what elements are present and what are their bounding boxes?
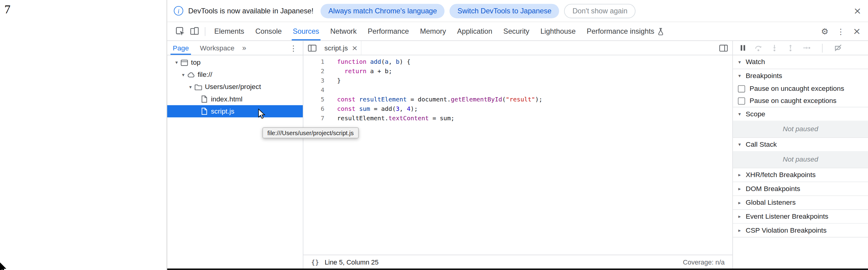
divider — [822, 43, 823, 52]
code-line-7[interactable]: resultElement.textContent = sum; — [337, 114, 542, 123]
line-number[interactable]: 3 — [303, 76, 324, 85]
tab-security[interactable]: Security — [498, 22, 535, 40]
more-tabs-icon[interactable]: » — [240, 44, 248, 52]
step-over-icon[interactable] — [754, 44, 762, 52]
checkbox-unchecked[interactable] — [738, 85, 745, 92]
code-line-3[interactable]: } — [337, 76, 542, 85]
tab-application[interactable]: Application — [452, 22, 498, 40]
tab-label: Console — [255, 27, 282, 35]
navigator-overflow-icon[interactable]: ⋮ — [289, 43, 303, 52]
switch-to-japanese-button[interactable]: Switch DevTools to Japanese — [450, 4, 559, 18]
tree-item-file-origin[interactable]: ▾ file:// — [167, 69, 303, 81]
debugger-sidebar: ▾Watch▾BreakpointsPause on uncaught exce… — [732, 41, 868, 270]
section-header-watch[interactable]: ▾Watch — [733, 55, 868, 69]
toggle-debugger-panel-icon[interactable] — [719, 44, 728, 52]
more-options-icon[interactable]: ⋮ — [837, 27, 845, 35]
code-line-6[interactable]: const sum = add(3, 4); — [337, 104, 542, 114]
section-header-dom-breakpoints[interactable]: ▸DOM Breakpoints — [733, 182, 868, 196]
section-header-call-stack[interactable]: ▾Call Stack — [733, 138, 868, 151]
code-token: ( — [381, 58, 385, 65]
section-watch: ▾Watch — [733, 55, 868, 69]
chevron-down-icon: ▾ — [736, 59, 743, 65]
tab-console[interactable]: Console — [250, 22, 287, 40]
main-toolbar: ElementsConsoleSourcesNetworkPerformance… — [167, 22, 868, 41]
pretty-print-icon[interactable]: {} — [311, 259, 319, 267]
checkbox-row-pause-on-uncaught-exceptions[interactable]: Pause on uncaught exceptions — [733, 83, 868, 95]
section-header-breakpoints[interactable]: ▾Breakpoints — [733, 69, 868, 83]
checkbox-row-pause-on-caught-exceptions[interactable]: Pause on caught exceptions — [733, 95, 868, 107]
line-number[interactable]: 2 — [303, 66, 324, 76]
devtools-content: Page Workspace » ⋮ ▾ top ▾ — [167, 41, 868, 270]
tab-network[interactable]: Network — [325, 22, 362, 40]
code-token: getElementById — [451, 96, 502, 103]
tab-elements[interactable]: Elements — [209, 22, 250, 40]
code-token: , — [399, 105, 407, 112]
code-line-1[interactable]: function add(a, b) { — [337, 57, 542, 66]
code-token: function — [337, 58, 367, 65]
code-line-4[interactable] — [337, 85, 542, 95]
always-match-language-button[interactable]: Always match Chrome's language — [321, 4, 445, 18]
section-event-listener-breakpoints: ▸Event Listener Breakpoints — [733, 210, 868, 224]
tree-item-index-html[interactable]: index.html — [167, 93, 303, 105]
tree-item-label: script.js — [211, 108, 234, 115]
chevron-down-icon[interactable]: ▾ — [173, 60, 181, 65]
tree-item-label: index.html — [211, 95, 242, 103]
line-number[interactable]: 6 — [303, 104, 324, 114]
tree-item-script-js[interactable]: script.js — [167, 105, 303, 117]
section-header-xhr-fetch-breakpoints[interactable]: ▸XHR/fetch Breakpoints — [733, 168, 868, 182]
step-out-icon[interactable] — [786, 44, 795, 52]
tab-label: Security — [503, 27, 529, 35]
section-header-event-listener-breakpoints[interactable]: ▸Event Listener Breakpoints — [733, 210, 868, 223]
tab-lighthouse[interactable]: Lighthouse — [535, 22, 581, 40]
section-label: CSP Violation Breakpoints — [746, 226, 827, 234]
line-number[interactable]: 7 — [303, 114, 324, 123]
device-toolbar-icon[interactable] — [187, 22, 202, 40]
folder-icon — [194, 83, 202, 91]
code-line-2[interactable]: return a + b; — [337, 66, 542, 76]
tab-label: Network — [330, 27, 356, 35]
line-number[interactable]: 4 — [303, 85, 324, 95]
tree-item-top[interactable]: ▾ top — [167, 57, 303, 69]
code-token: } — [337, 77, 341, 84]
tab-sources[interactable]: Sources — [287, 22, 325, 40]
screenshot-root: 7 i DevTools is now available in Japanes… — [0, 0, 868, 270]
checkbox-unchecked[interactable] — [738, 97, 745, 104]
chevron-down-icon[interactable]: ▾ — [180, 72, 187, 78]
line-number[interactable]: 1 — [303, 57, 324, 66]
code-token: textContent — [389, 115, 429, 122]
code-token: = document. — [407, 96, 451, 103]
coverage-status: Coverage: n/a — [683, 259, 724, 267]
tab-close-icon[interactable]: × — [352, 44, 358, 52]
step-into-icon[interactable] — [771, 44, 778, 52]
tab-performance-insights[interactable]: Performance insights — [581, 22, 670, 40]
devtools-close-icon[interactable]: × — [853, 26, 861, 36]
section-header-scope[interactable]: ▾Scope — [733, 108, 868, 121]
code-line-5[interactable]: const resultElement = document.getElemen… — [337, 95, 542, 104]
tab-workspace[interactable]: Workspace — [194, 41, 240, 55]
tab-label: Sources — [293, 27, 319, 35]
section-header-csp-violation-breakpoints[interactable]: ▸CSP Violation Breakpoints — [733, 223, 868, 237]
infobar-close-icon[interactable]: × — [854, 6, 861, 16]
dont-show-again-button[interactable]: Don't show again — [564, 4, 636, 18]
tab-memory[interactable]: Memory — [414, 22, 452, 40]
chevron-right-icon: ▸ — [736, 214, 743, 219]
step-icon[interactable] — [803, 44, 811, 52]
code-token — [337, 67, 344, 75]
tree-item-project-folder[interactable]: ▾ Users/user/project — [167, 81, 303, 93]
window-bottom-edge — [167, 268, 868, 270]
pause-script-icon[interactable] — [740, 44, 746, 52]
chevron-down-icon[interactable]: ▾ — [186, 84, 194, 90]
info-icon: i — [174, 6, 183, 16]
code-token: ) { — [399, 58, 410, 65]
deactivate-breakpoints-icon[interactable] — [834, 44, 842, 52]
editor-tab-bar: script.js × — [303, 41, 733, 55]
toggle-navigator-panel-icon[interactable] — [308, 44, 316, 52]
tab-performance[interactable]: Performance — [362, 22, 414, 40]
chevron-right-icon: ▸ — [736, 172, 743, 178]
inspect-element-icon[interactable] — [173, 22, 187, 40]
settings-gear-icon[interactable]: ⚙ — [821, 26, 829, 36]
editor-tab-script-js[interactable]: script.js × — [321, 41, 362, 55]
line-number[interactable]: 5 — [303, 95, 324, 104]
tab-page[interactable]: Page — [167, 41, 194, 55]
section-header-global-listeners[interactable]: ▸Global Listeners — [733, 196, 868, 209]
